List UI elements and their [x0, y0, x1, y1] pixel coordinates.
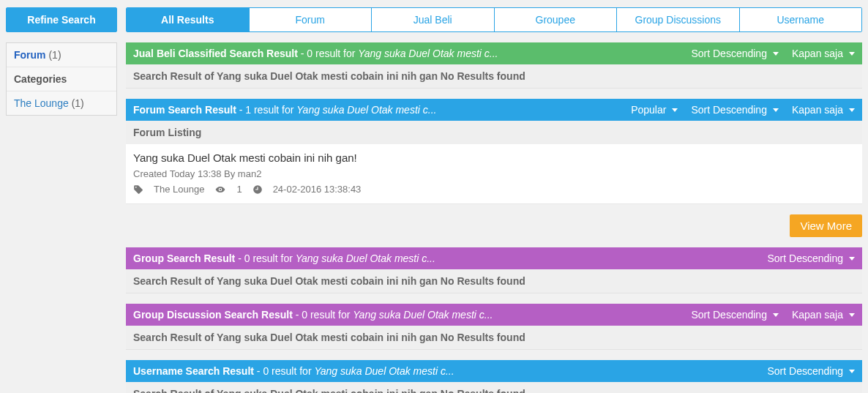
- listing-category: The Lounge: [154, 184, 204, 195]
- tab-group-discussions[interactable]: Group Discussions: [617, 8, 740, 31]
- sort-label: Sort Descending: [767, 252, 843, 264]
- tab-jual-beli[interactable]: Jual Beli: [372, 8, 495, 31]
- sidebar-item-label: The Lounge: [14, 97, 69, 109]
- listing-views: 1: [236, 184, 242, 195]
- section-sub: - 0 result for: [293, 309, 353, 321]
- section-title: Jual Beli Classified Search Result: [133, 48, 298, 59]
- sidebar-item-label: Categories: [14, 73, 67, 85]
- sort-dropdown[interactable]: Sort Descending: [691, 48, 779, 59]
- tab-forum[interactable]: Forum: [250, 8, 373, 31]
- sort-dropdown[interactable]: Sort Descending: [767, 252, 855, 264]
- sidebar-item-label: Forum: [14, 49, 46, 61]
- section-title: Group Search Result: [133, 252, 235, 264]
- sidebar-item-lounge[interactable]: The Lounge (1): [7, 91, 116, 115]
- listing-created: Created Today 13:38 By man2: [133, 168, 855, 179]
- no-result-text: Search Result of Yang suka Duel Otak mes…: [126, 64, 862, 89]
- view-more-button[interactable]: View More: [790, 214, 862, 237]
- sort-dropdown[interactable]: Sort Descending: [767, 365, 855, 377]
- section-jual-beli: Jual Beli Classified Search Result - 0 r…: [126, 42, 862, 89]
- section-sub: - 0 result for: [254, 365, 314, 377]
- view-more-wrap: View More: [126, 214, 862, 237]
- section-header: Forum Search Result - 1 result for Yang …: [126, 99, 862, 121]
- tabs: All Results Forum Jual Beli Groupee Grou…: [126, 7, 862, 32]
- section-sub: - 0 result for: [298, 48, 358, 59]
- section-header: Username Search Result - 0 result for Ya…: [126, 360, 862, 382]
- section-header: Group Discussion Search Result - 0 resul…: [126, 304, 862, 326]
- sidebar-item-categories: Categories: [7, 67, 116, 91]
- chevron-down-icon: [849, 108, 855, 112]
- section-group: Group Search Result - 0 result for Yang …: [126, 247, 862, 293]
- section-query: Yang suka Duel Otak mesti c...: [296, 104, 436, 116]
- section-title: Group Discussion Search Result: [133, 309, 293, 321]
- time-dropdown[interactable]: Kapan saja: [792, 309, 855, 321]
- listing-title: Yang suka Duel Otak mesti cobain ini nih…: [133, 151, 855, 164]
- refine-box: Forum (1) Categories The Lounge (1): [6, 42, 117, 116]
- popular-label: Popular: [631, 104, 666, 116]
- no-result-text: Search Result of Yang suka Duel Otak mes…: [126, 326, 862, 350]
- popular-dropdown[interactable]: Popular: [631, 104, 678, 116]
- no-result-text: Search Result of Yang suka Duel Otak mes…: [126, 382, 862, 393]
- time-label: Kapan saja: [792, 104, 843, 116]
- section-discussion: Group Discussion Search Result - 0 resul…: [126, 304, 862, 350]
- section-sub: - 1 result for: [236, 104, 296, 116]
- chevron-down-icon: [849, 52, 855, 56]
- sidebar-item-forum[interactable]: Forum (1): [7, 43, 116, 67]
- section-header: Jual Beli Classified Search Result - 0 r…: [126, 42, 862, 64]
- sidebar-item-count: (1): [48, 49, 61, 61]
- section-title: Forum Search Result: [133, 104, 236, 116]
- sort-label: Sort Descending: [767, 365, 843, 377]
- list-item[interactable]: Yang suka Duel Otak mesti cobain ini nih…: [126, 144, 862, 204]
- eye-icon: [214, 184, 226, 195]
- chevron-down-icon: [849, 313, 855, 317]
- time-dropdown[interactable]: Kapan saja: [792, 48, 855, 59]
- refine-search-button[interactable]: Refine Search: [6, 7, 117, 32]
- sort-label: Sort Descending: [691, 309, 767, 321]
- sidebar: Refine Search Forum (1) Categories The L…: [6, 7, 117, 393]
- listing-timestamp: 24-02-2016 13:38:43: [273, 184, 362, 195]
- time-label: Kapan saja: [792, 48, 843, 59]
- section-query: Yang suka Duel Otak mesti c...: [358, 48, 498, 59]
- sort-dropdown[interactable]: Sort Descending: [691, 104, 779, 116]
- section-query: Yang suka Duel Otak mesti c...: [314, 365, 454, 377]
- no-result-text: Search Result of Yang suka Duel Otak mes…: [126, 269, 862, 293]
- chevron-down-icon: [773, 108, 779, 112]
- chevron-down-icon: [773, 52, 779, 56]
- time-dropdown[interactable]: Kapan saja: [792, 104, 855, 116]
- chevron-down-icon: [773, 313, 779, 317]
- section-query: Yang suka Duel Otak mesti c...: [296, 252, 435, 264]
- section-query: Yang suka Duel Otak mesti c...: [353, 309, 493, 321]
- section-header: Group Search Result - 0 result for Yang …: [126, 247, 862, 269]
- time-label: Kapan saja: [792, 309, 843, 321]
- listing-meta-row: The Lounge 1 24-02-2016 13:38:43: [133, 184, 855, 195]
- main: All Results Forum Jual Beli Groupee Grou…: [126, 7, 862, 393]
- sort-label: Sort Descending: [691, 48, 767, 59]
- tab-all-results[interactable]: All Results: [127, 8, 250, 31]
- section-username: Username Search Result - 0 result for Ya…: [126, 360, 862, 393]
- sort-label: Sort Descending: [691, 104, 767, 116]
- sort-dropdown[interactable]: Sort Descending: [691, 309, 779, 321]
- chevron-down-icon: [849, 257, 855, 261]
- section-forum: Forum Search Result - 1 result for Yang …: [126, 99, 862, 204]
- sidebar-item-count: (1): [72, 97, 84, 109]
- tag-icon: [133, 184, 143, 195]
- chevron-down-icon: [849, 370, 855, 373]
- section-title: Username Search Result: [133, 365, 254, 377]
- clock-icon: [252, 184, 263, 195]
- tab-groupee[interactable]: Groupee: [495, 8, 618, 31]
- section-sub: - 0 result for: [235, 252, 295, 264]
- tab-username[interactable]: Username: [740, 8, 862, 31]
- chevron-down-icon: [672, 108, 678, 112]
- listing-head: Forum Listing: [126, 121, 862, 144]
